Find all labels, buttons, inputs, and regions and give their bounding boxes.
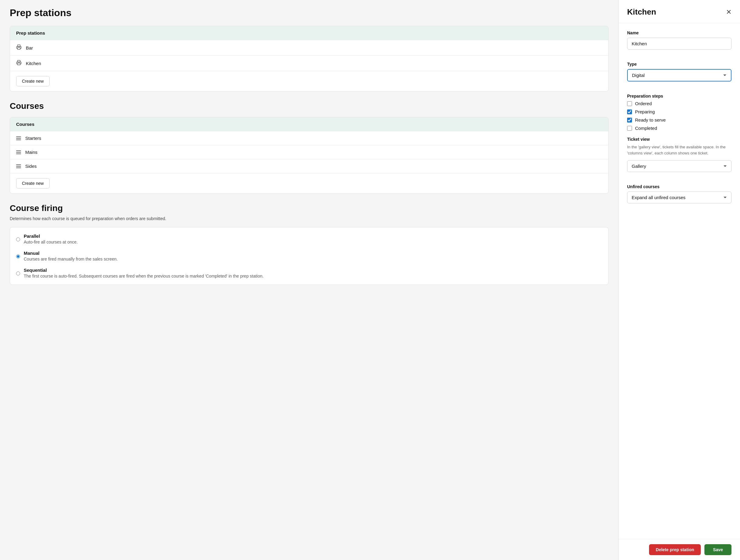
firing-manual-label: Manual [24,250,118,256]
firing-manual-desc: Courses are fired manually from the sale… [24,256,118,261]
left-panel: Prep stations Prep stations Bar [0,0,618,560]
panel-body: Name Type Digital Printed Both Preparati… [619,23,740,539]
prep-station-kitchen-label: Kitchen [26,61,41,66]
name-field-group: Name [627,30,732,55]
course-mains-label: Mains [25,149,37,155]
step-ordered-label: Ordered [635,101,652,106]
ticket-view-select[interactable]: Gallery Columns [627,160,732,172]
ticket-view-description: In the 'gallery view', tickets fill the … [627,144,732,156]
printer-icon [16,44,22,51]
type-field-group: Type Digital Printed Both [627,62,732,88]
firing-radio-manual[interactable] [16,251,20,261]
firing-sequential-label: Sequential [24,267,264,273]
courses-create-new-button[interactable]: Create new [16,178,50,189]
close-button[interactable]: ✕ [726,9,732,15]
table-row[interactable]: Kitchen [10,55,608,71]
preparation-steps-group: Preparation steps Ordered Preparing Read… [627,94,732,131]
step-completed[interactable]: Completed [627,126,732,131]
step-ordered[interactable]: Ordered [627,101,732,106]
course-firing-description: Determines how each course is queued for… [10,216,609,221]
right-panel: Kitchen ✕ Name Type Digital Printed Both… [618,0,740,560]
firing-option-sequential: Sequential The first course is auto-fire… [16,267,602,278]
step-ordered-checkbox[interactable] [627,101,632,106]
firing-option-parallel: Parallel Auto-fire all courses at once. [16,233,602,244]
ticket-view-label: Ticket view [627,137,732,142]
step-preparing-checkbox[interactable] [627,109,632,114]
step-preparing-label: Preparing [635,109,655,114]
courses-card: Courses Starters Mains Sides [10,117,609,194]
preparation-steps-list: Ordered Preparing Ready to serve Complet… [627,101,732,131]
step-completed-checkbox[interactable] [627,126,632,131]
prep-station-bar-label: Bar [26,45,33,50]
unfired-courses-label: Unfired courses [627,184,732,189]
name-label: Name [627,30,732,35]
unfired-courses-group: Unfired courses Expand all unfired cours… [627,184,732,210]
prep-stations-create-area: Create new [10,71,608,91]
table-row[interactable]: Bar [10,40,608,55]
step-preparing[interactable]: Preparing [627,109,732,114]
firing-option-manual: Manual Courses are fired manually from t… [16,250,602,261]
save-button[interactable]: Save [705,544,732,555]
delete-prep-station-button[interactable]: Delete prep station [649,544,701,555]
prep-stations-card: Prep stations Bar Kitchen C [10,26,609,92]
course-firing-title: Course firing [10,203,609,213]
name-input[interactable] [627,38,732,49]
type-label: Type [627,62,732,67]
svg-rect-1 [18,48,20,49]
panel-title: Kitchen [627,7,656,17]
courses-header: Courses [10,117,608,131]
table-row[interactable]: Mains [10,145,608,159]
course-sides-label: Sides [25,163,37,169]
printer-icon [16,60,22,67]
firing-sequential-desc: The first course is auto-fired. Subseque… [24,273,264,278]
prep-stations-create-new-button[interactable]: Create new [16,76,50,86]
firing-radio-sequential[interactable] [16,268,20,278]
ticket-view-group: Ticket view In the 'gallery view', ticke… [627,137,732,178]
step-ready-to-serve-checkbox[interactable] [627,118,632,122]
panel-footer: Delete prep station Save [619,539,740,560]
preparation-steps-label: Preparation steps [627,94,732,99]
page-title: Prep stations [10,7,609,18]
unfired-courses-select[interactable]: Expand all unfired courses Collapse all … [627,192,732,203]
prep-stations-header: Prep stations [10,26,608,40]
courses-section-title: Courses [10,101,609,111]
step-ready-to-serve[interactable]: Ready to serve [627,117,732,122]
course-starters-label: Starters [25,136,41,141]
drag-handle-icon [16,136,21,140]
step-ready-to-serve-label: Ready to serve [635,117,666,122]
type-select[interactable]: Digital Printed Both [627,69,732,82]
drag-handle-icon [16,150,21,154]
svg-rect-3 [18,63,20,65]
firing-parallel-label: Parallel [24,233,78,239]
table-row[interactable]: Starters [10,131,608,145]
panel-header: Kitchen ✕ [619,0,740,23]
firing-parallel-desc: Auto-fire all courses at once. [24,240,78,244]
table-row[interactable]: Sides [10,159,608,173]
course-firing-card: Parallel Auto-fire all courses at once. … [10,227,609,285]
step-completed-label: Completed [635,126,657,131]
drag-handle-icon [16,164,21,168]
firing-radio-parallel[interactable] [16,234,20,244]
courses-create-area: Create new [10,173,608,193]
